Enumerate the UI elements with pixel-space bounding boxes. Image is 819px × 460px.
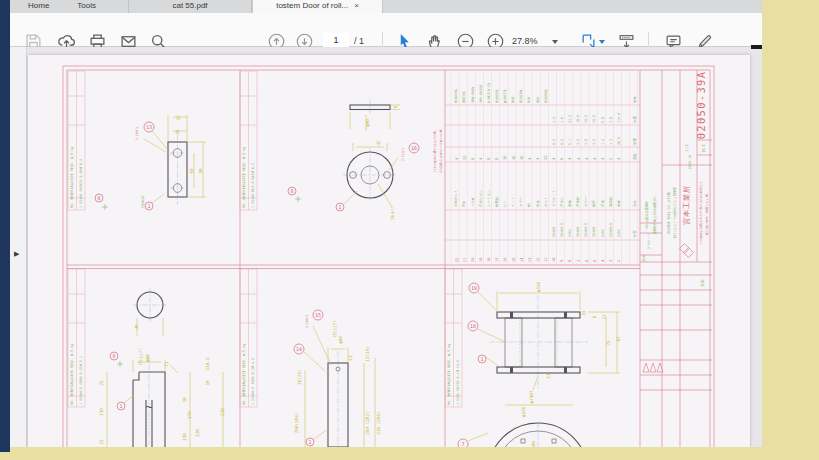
svg-text:49: 49	[134, 324, 139, 330]
panel-bushing: φ150 55 8 12 87 75 φ75H7 φ120 C1 φ90 19	[458, 281, 621, 447]
svg-text:φ75H7: φ75H7	[529, 390, 534, 403]
svg-text:6: 6	[393, 105, 398, 108]
svg-text:4.3: 4.3	[576, 139, 580, 145]
svg-text:SS400-D: SS400-D	[560, 223, 564, 237]
svg-text:φ90: φ90	[365, 119, 370, 127]
svg-text:22: 22	[455, 258, 459, 262]
page-total-label: / 1	[354, 36, 364, 46]
svg-text:2: 2	[617, 260, 621, 262]
close-tab-icon[interactable]: ×	[354, 0, 359, 13]
svg-text:13: 13	[528, 258, 532, 262]
svg-text:2-10キリ: 2-10キリ	[305, 314, 309, 328]
svg-text:8: 8	[568, 260, 572, 262]
svg-text:φ150: φ150	[536, 281, 541, 292]
svg-text:16: 16	[503, 258, 507, 262]
svg-text:M10X60L: M10X60L	[544, 89, 548, 103]
svg-text:42: 42	[376, 140, 381, 146]
svg-text:樹脂板: 樹脂板	[494, 196, 499, 207]
svg-text:19: 19	[471, 285, 477, 291]
svg-text:3: 3	[609, 260, 613, 262]
svg-text:11: 11	[544, 258, 548, 262]
expand-nav-pane-icon[interactable]: ▶	[14, 250, 19, 258]
acrobat-window: Home Tools cat 55.pdf tostem Door of rol…	[10, 0, 762, 447]
svg-text:カラー: カラー	[584, 196, 588, 207]
svg-text:1: 1	[480, 356, 483, 362]
svg-text:2-11キリ: 2-11キリ	[401, 147, 405, 161]
svg-text:戸当り: 戸当り	[559, 197, 564, 207]
svg-text:4.9: 4.9	[592, 139, 596, 145]
balloon: 19	[469, 283, 479, 293]
svg-text:2-14キリ: 2-14キリ	[135, 126, 139, 140]
parts-table: M10X45LM8X15LSPW-600NSPH-6035BA-PET/B CB…	[445, 71, 640, 265]
balloon: 18	[468, 321, 478, 331]
svg-text:15: 15	[512, 258, 516, 262]
svg-text:0.3: 0.3	[552, 139, 556, 145]
registration-cross	[117, 361, 123, 367]
svg-text:60: 60	[189, 168, 194, 174]
svg-text:284 (282): 284 (282)	[365, 411, 370, 434]
svg-text:1 SS400-D FB50 0.3M 4.9: 1 SS400-D FB50 0.3M 4.9	[251, 358, 255, 405]
desktop-background-right	[762, 0, 819, 460]
svg-text:単重: 単重	[632, 138, 637, 145]
svg-text:SS400-D: SS400-D	[584, 223, 588, 237]
svg-text:N.S: N.S	[701, 144, 706, 152]
zoom-level-value[interactable]: 27.8%	[512, 36, 538, 46]
scrollbar-thumb[interactable]	[751, 45, 762, 49]
tab-tostem-door-active[interactable]: tostem Door of roll... ×	[252, 0, 383, 13]
page-number-input[interactable]	[323, 33, 349, 48]
svg-text:4.8: 4.8	[584, 139, 588, 145]
title-line-2: 陸閘P戸車上部詳細図(5)	[652, 196, 657, 235]
svg-text:1: 1	[338, 204, 341, 210]
strip-e: NO. MATERIAL&SIZE REQD. W.T.kg 1 S35C RB…	[445, 269, 462, 407]
tab-cat55-pdf[interactable]: cat 55.pdf	[129, 0, 251, 13]
registration-cross	[102, 204, 108, 210]
svg-text:φ60: φ60	[145, 354, 150, 362]
svg-text:1 SS400 FB9X32 0.09M 0.2: 1 SS400 FB9X32 0.09M 0.2	[79, 159, 83, 208]
svg-text:7: 7	[461, 441, 464, 447]
svg-text:ボルト: ボルト	[544, 197, 548, 207]
svg-text:カラー: カラー	[519, 196, 523, 207]
panel-disc: φ90 6 42 2-11キリ 26キリ 16 8 1	[288, 99, 443, 220]
tab-home[interactable]: Home	[14, 0, 63, 13]
svg-text:2: 2	[608, 158, 613, 160]
svg-text:φ10X77L: φ10X77L	[503, 89, 507, 103]
svg-text:12: 12	[536, 258, 540, 262]
svg-text:8: 8	[97, 195, 100, 201]
svg-text:戸車: 戸車	[600, 200, 605, 207]
technical-drawing: M10X45LM8X15LSPW-600NSPH-6035BA-PET/B CB…	[28, 55, 750, 447]
pdf-page: M10X45LM8X15LSPW-600NSPH-6035BA-PET/B CB…	[28, 55, 750, 447]
svg-text:26.5: 26.5	[617, 137, 621, 145]
svg-text:8: 8	[592, 315, 597, 318]
balloon: 15	[313, 310, 323, 320]
svg-text:6: 6	[585, 260, 589, 262]
svg-text:19.6: 19.6	[592, 115, 596, 123]
svg-text:1: 1	[308, 439, 311, 445]
zoom-dropdown-caret[interactable]	[552, 40, 558, 44]
tab-tools[interactable]: Tools	[63, 0, 110, 13]
svg-text:18.0: 18.0	[576, 115, 580, 123]
balloon: 8	[288, 187, 296, 195]
drawing-number: 02050-39A	[695, 71, 707, 140]
panel-plate: 60 90 32 16 2-14キリ FB9X32 13 8 1	[95, 115, 206, 210]
svg-text:φ120: φ120	[521, 406, 526, 417]
svg-text:1: 1	[147, 203, 150, 209]
navigation-pane-collapsed: ▶	[10, 47, 27, 447]
fit-page-caret[interactable]	[599, 40, 605, 44]
svg-text:規格: 規格	[633, 96, 637, 103]
svg-text:1.4: 1.4	[601, 139, 605, 145]
title-block: 02050-39A 1/2 N.S 2002.10 NO.1横引式陸閘P 陸閘P…	[640, 70, 712, 447]
svg-text:120: 120	[195, 429, 200, 437]
svg-text:ナット: ナット	[511, 197, 515, 207]
svg-text:NO. MATERIAL&SIZE REQD. W.T.: NO. MATERIAL&SIZE REQD. W.T.kg	[70, 344, 74, 405]
product-name: 30t/ユニット組替式アルミ陸閘P	[672, 187, 677, 238]
svg-text:16: 16	[502, 155, 507, 160]
svg-text:21.2: 21.2	[568, 115, 572, 123]
svg-text:5.1: 5.1	[568, 139, 572, 145]
svg-text:(1)は図示の通り仕上げの事。: (1)は図示の通り仕上げの事。	[432, 128, 437, 172]
panel-bar: (仕上げ) φ60 2-10キリ C1 13(14) 26(25) 200(18…	[294, 310, 381, 447]
svg-text:M48: M48	[511, 97, 515, 103]
svg-text:ピン: ピン	[503, 200, 507, 207]
svg-text:26(25): 26(25)	[297, 369, 302, 385]
svg-text:26キリ: 26キリ	[390, 206, 395, 220]
svg-text:(仕上げ): (仕上げ)	[138, 348, 143, 366]
